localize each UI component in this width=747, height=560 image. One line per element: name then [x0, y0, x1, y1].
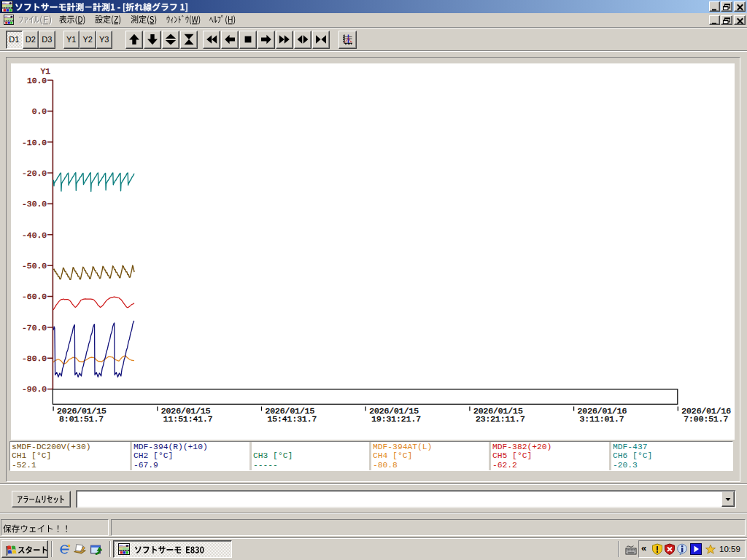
svg-text:-40.0: -40.0: [22, 231, 47, 240]
svg-text:-50.0: -50.0: [22, 262, 47, 271]
svg-text:-10.0: -10.0: [22, 139, 47, 147]
svg-text:2026/01/15: 2026/01/15: [266, 407, 315, 416]
svg-text:19:31:21.7: 19:31:21.7: [371, 415, 421, 424]
svg-text:-30.0: -30.0: [22, 200, 47, 209]
svg-text:2026/01/15: 2026/01/15: [473, 407, 523, 416]
svg-text:3:11:01.7: 3:11:01.7: [580, 415, 624, 424]
svg-text:2026/01/15: 2026/01/15: [57, 407, 107, 416]
svg-text:2026/01/16: 2026/01/16: [681, 407, 731, 416]
svg-text:7:00:51.7: 7:00:51.7: [684, 415, 728, 424]
svg-text:-20.0: -20.0: [22, 169, 47, 178]
svg-text:-80.0: -80.0: [22, 354, 47, 363]
svg-text:15:41:31.7: 15:41:31.7: [268, 415, 317, 424]
svg-text:2026/01/16: 2026/01/16: [578, 407, 627, 416]
svg-text:-60.0: -60.0: [22, 292, 47, 301]
svg-text:-70.0: -70.0: [22, 324, 47, 332]
svg-text:2026/01/15: 2026/01/15: [369, 407, 419, 416]
svg-text:10.0: 10.0: [27, 77, 47, 85]
svg-text:2026/01/15: 2026/01/15: [161, 407, 211, 416]
svg-text:-90.0: -90.0: [22, 385, 47, 394]
svg-text:0.0: 0.0: [32, 107, 47, 116]
svg-text:11:51:41.7: 11:51:41.7: [163, 415, 213, 424]
svg-text:23:21:11.7: 23:21:11.7: [476, 415, 525, 424]
svg-text:Y1: Y1: [40, 67, 50, 76]
svg-text:8:01:51.7: 8:01:51.7: [59, 415, 104, 424]
